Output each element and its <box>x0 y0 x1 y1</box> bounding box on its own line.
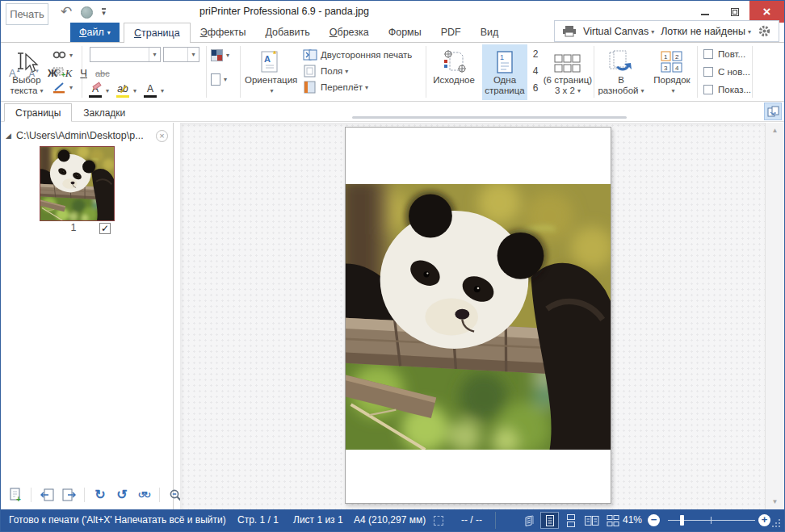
clear-format-dropdown[interactable]: ▾ <box>106 87 109 94</box>
blank-page-dropdown[interactable]: ▾ <box>224 76 227 83</box>
panda-image <box>346 184 611 450</box>
rotate-cw-button[interactable]: ↻ <box>92 486 108 504</box>
strikethrough-button[interactable]: abc <box>95 69 110 78</box>
print-preview-canvas[interactable] <box>180 123 765 509</box>
qat-customize-icon[interactable]: ▾ <box>102 8 106 16</box>
grow-font-button[interactable]: А▲ <box>9 67 21 79</box>
rotate-ccw-button[interactable]: ↺ <box>114 486 130 504</box>
sheet-counter[interactable]: Лист 1 из 1 <box>293 514 343 526</box>
color-scheme-dropdown[interactable]: ▾ <box>226 52 229 59</box>
find-button[interactable] <box>51 46 67 64</box>
tab-pages-panel[interactable]: Страницы <box>4 103 72 122</box>
view-facing-button[interactable] <box>582 512 601 529</box>
checkbox-show[interactable]: Показ... <box>703 85 751 94</box>
color-scheme-button[interactable]: ▾ <box>211 49 233 61</box>
page-counter[interactable]: Стр. 1 / 1 <box>237 514 279 526</box>
margins-icon <box>303 65 318 77</box>
document-node[interactable]: ◢ C:\Users\Admin\Desktop\p... × <box>6 128 168 143</box>
view-continuous-button[interactable] <box>561 512 580 529</box>
clear-format-button[interactable]: А <box>86 83 104 98</box>
page-checkbox[interactable]: ✓ <box>99 223 111 234</box>
margins-dropdown[interactable]: ▾ <box>345 68 348 75</box>
view-single-button[interactable] <box>540 512 559 529</box>
preview-page[interactable] <box>345 127 611 504</box>
measure-button[interactable] <box>51 78 67 96</box>
tab-forms[interactable]: Формы <box>379 23 431 42</box>
order-button[interactable]: 1 2 3 4 Порядок <box>649 44 695 100</box>
tab-bookmarks-panel[interactable]: Закладки <box>72 103 136 122</box>
close-document-icon[interactable]: × <box>156 130 168 142</box>
binding-dropdown[interactable]: ▾ <box>365 84 368 91</box>
pages-4-button[interactable]: 4 <box>530 63 541 80</box>
font-family-dropdown-icon[interactable]: ▾ <box>149 48 160 61</box>
zoom-slider-thumb[interactable] <box>680 515 684 526</box>
pages-6-button[interactable]: 6 <box>530 80 541 97</box>
file-menu-button[interactable]: Файл <box>70 23 120 42</box>
tab-crop[interactable]: Обрезка <box>320 23 379 42</box>
scroll-up-icon[interactable]: ▲ <box>766 127 784 134</box>
sub-toolbar-strip: Страницы Закладки <box>1 102 784 122</box>
close-button[interactable]: × <box>749 1 784 23</box>
bold-button[interactable]: Ж <box>48 67 57 79</box>
app-window: Печать ↶ ▾ priPrinter Professional 6.9 -… <box>0 0 785 532</box>
duplex-button[interactable]: Двусторонняя печать <box>303 47 412 63</box>
tab-insert[interactable]: Добавить <box>256 23 320 42</box>
orientation-icon: A* <box>245 47 296 73</box>
paper-size[interactable]: A4 (210,297 мм) <box>354 514 426 526</box>
tab-page[interactable]: Страница <box>124 23 191 43</box>
gear-icon[interactable] <box>758 24 771 38</box>
horizontal-scrollbar-thumb[interactable] <box>352 116 627 119</box>
checkbox-repeat[interactable]: Повт... <box>703 49 745 59</box>
pages-2-button[interactable]: 2 <box>530 46 541 63</box>
zoom-in-button-status[interactable]: + <box>758 514 770 526</box>
scroll-down-icon[interactable]: ▼ <box>766 498 784 505</box>
font-family-combo[interactable]: ▾ <box>90 47 161 62</box>
font-size-dropdown-icon[interactable]: ▾ <box>187 48 199 61</box>
zoom-out-button-status[interactable]: − <box>648 514 660 526</box>
expander-icon[interactable]: ◢ <box>6 132 11 140</box>
highlight-dropdown[interactable]: ▾ <box>133 87 136 94</box>
restore-button[interactable] <box>720 1 749 23</box>
print-button[interactable]: Печать <box>6 3 48 25</box>
font-color-button[interactable]: А <box>141 83 159 98</box>
add-page-button[interactable]: + <box>7 486 23 504</box>
undo-icon[interactable]: ↶ <box>61 4 72 20</box>
highlight-button[interactable]: ab <box>114 83 132 98</box>
find-dropdown[interactable]: ▾ <box>69 52 73 59</box>
underline-button[interactable]: Ч <box>80 67 87 79</box>
tray-select[interactable]: Лотки не найдены <box>661 26 751 37</box>
six-pages-layout-button[interactable]: (6 страниц) 3 x 2 <box>542 44 594 100</box>
tab-pdf[interactable]: PDF <box>431 23 471 42</box>
minimize-button[interactable] <box>690 1 720 23</box>
blank-page-button[interactable]: ▾ <box>211 73 230 86</box>
measure-dropdown[interactable]: ▾ <box>69 84 73 91</box>
view-flip-button[interactable] <box>519 512 538 529</box>
view-thumbnails-button[interactable] <box>603 512 622 529</box>
vertical-scrollbar[interactable]: ▲ ▼ <box>765 123 784 509</box>
export-page-button[interactable] <box>61 486 77 504</box>
page-thumbnail[interactable] <box>40 146 115 221</box>
font-color-dropdown[interactable]: ▾ <box>161 87 164 94</box>
orientation-button[interactable]: A* Ориентация <box>245 44 296 100</box>
tab-effects[interactable]: Эффекты <box>191 23 256 42</box>
resize-grip[interactable] <box>779 526 780 527</box>
checkbox-new-page-label: С нов... <box>718 67 750 77</box>
rotate-180-button[interactable]: ↺↻ <box>136 486 152 504</box>
one-page-button[interactable]: 1 Одна страница <box>482 44 527 100</box>
color-circle-icon[interactable] <box>81 6 93 19</box>
split-view-button[interactable] <box>764 103 782 120</box>
font-size-combo[interactable]: ▾ <box>163 47 199 62</box>
printer-select[interactable]: Virtual Canvas <box>583 26 654 37</box>
tab-view[interactable]: Вид <box>471 23 509 42</box>
import-page-button[interactable] <box>39 486 55 504</box>
shrink-font-button[interactable]: А▼ <box>29 69 40 78</box>
checkbox-new-page[interactable]: С нов... <box>703 67 750 77</box>
margins-button[interactable]: Поля ▾ <box>303 63 412 79</box>
shuffle-button[interactable]: В разнобой <box>597 44 645 100</box>
svg-text:4: 4 <box>675 65 679 72</box>
original-view-button[interactable]: Исходное <box>429 44 479 100</box>
binding-button[interactable]: Переплёт ▾ <box>303 79 412 95</box>
svg-text:+: + <box>16 495 21 502</box>
italic-button[interactable]: К <box>65 67 73 80</box>
printer-bar: Virtual Canvas Лотки не найдены <box>554 20 779 42</box>
